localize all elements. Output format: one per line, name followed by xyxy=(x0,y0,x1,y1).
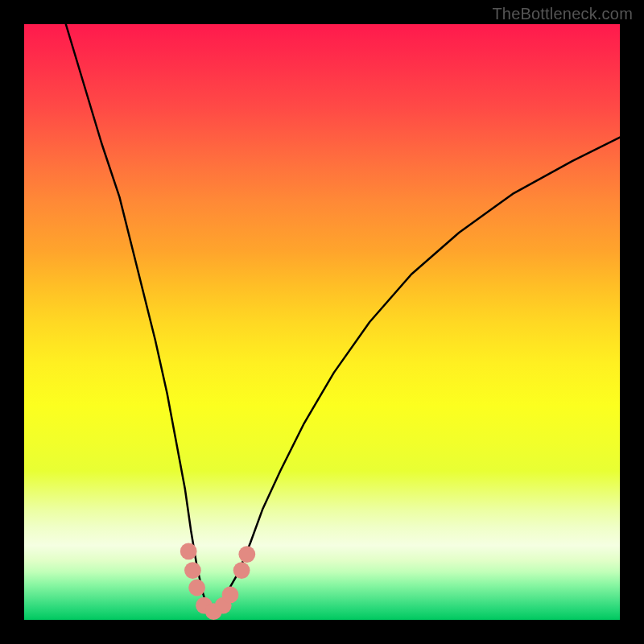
watermark-text: TheBottleneck.com xyxy=(492,5,633,23)
curve-marker xyxy=(188,580,205,597)
outer-frame: TheBottleneck.com xyxy=(0,0,644,644)
plot-area xyxy=(24,24,620,620)
marker-group xyxy=(180,543,255,620)
curve-marker xyxy=(222,587,239,604)
curve-marker xyxy=(233,562,250,579)
bottleneck-curve xyxy=(66,24,620,614)
curve-svg xyxy=(24,24,620,620)
curve-marker xyxy=(180,543,197,560)
curve-marker xyxy=(238,546,255,563)
curve-marker xyxy=(184,562,201,579)
